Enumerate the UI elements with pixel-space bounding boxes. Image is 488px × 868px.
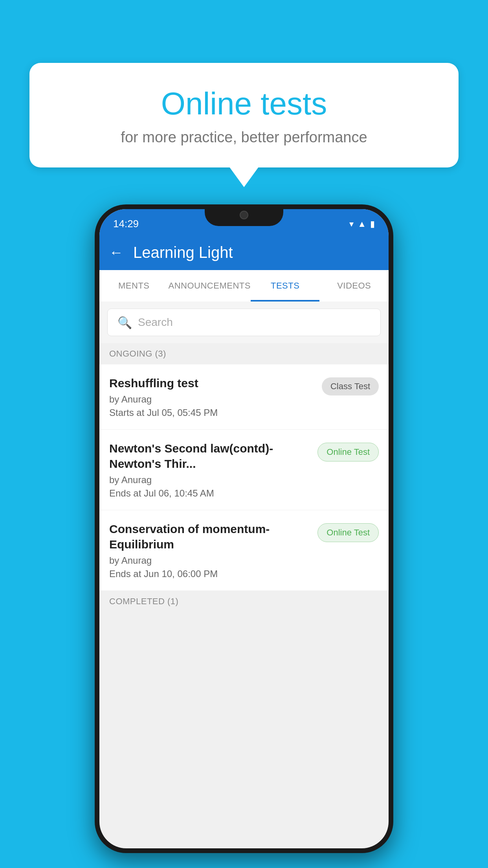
- test-item-reshuffling[interactable]: Reshuffling test by Anurag Starts at Jul…: [99, 364, 389, 430]
- test-name-newton: Newton's Second law(contd)-Newton's Thir…: [109, 441, 312, 471]
- test-info-reshuffling: Reshuffling test by Anurag Starts at Jul…: [109, 375, 322, 418]
- test-info-conservation: Conservation of momentum-Equilibrium by …: [109, 521, 317, 579]
- ongoing-section-header: ONGOING (3): [99, 343, 389, 364]
- status-time: 14:29: [113, 218, 139, 230]
- test-badge-conservation: Online Test: [317, 523, 379, 542]
- bubble-subtitle: for more practice, better performance: [49, 129, 439, 146]
- phone-mockup: 14:29 ▾ ▲ ▮ ← Learning Light MENTS ANNOU…: [95, 204, 393, 853]
- test-author-newton: by Anurag: [109, 474, 312, 485]
- tab-videos[interactable]: VIDEOS: [319, 270, 389, 302]
- test-author-conservation: by Anurag: [109, 555, 312, 566]
- test-info-newton: Newton's Second law(contd)-Newton's Thir…: [109, 441, 317, 499]
- search-container: 🔍 Search: [99, 302, 389, 343]
- test-name-conservation: Conservation of momentum-Equilibrium: [109, 521, 312, 552]
- test-author-reshuffling: by Anurag: [109, 394, 316, 405]
- promo-bubble: Online tests for more practice, better p…: [29, 63, 459, 167]
- search-placeholder: Search: [138, 316, 173, 329]
- tab-announcements[interactable]: ANNOUNCEMENTS: [169, 270, 251, 302]
- completed-section-header: COMPLETED (1): [99, 591, 389, 612]
- tests-list: Reshuffling test by Anurag Starts at Jul…: [99, 364, 389, 591]
- search-icon: 🔍: [117, 316, 132, 329]
- app-bar: ← Learning Light: [99, 235, 389, 270]
- tabs-bar: MENTS ANNOUNCEMENTS TESTS VIDEOS: [99, 270, 389, 302]
- app-bar-title: Learning Light: [133, 244, 233, 261]
- completed-section-title: COMPLETED (1): [109, 596, 178, 606]
- test-date-reshuffling: Starts at Jul 05, 05:45 PM: [109, 407, 316, 418]
- back-button[interactable]: ←: [109, 244, 123, 261]
- front-camera: [240, 211, 248, 219]
- battery-icon: ▮: [370, 219, 375, 229]
- test-item-newton[interactable]: Newton's Second law(contd)-Newton's Thir…: [99, 430, 389, 510]
- search-box[interactable]: 🔍 Search: [107, 309, 381, 336]
- ongoing-section-title: ONGOING (3): [109, 349, 166, 359]
- tab-ments[interactable]: MENTS: [99, 270, 169, 302]
- status-icons: ▾ ▲ ▮: [349, 219, 375, 229]
- test-badge-reshuffling: Class Test: [322, 377, 379, 395]
- tab-tests[interactable]: TESTS: [251, 270, 320, 302]
- test-name-reshuffling: Reshuffling test: [109, 375, 316, 391]
- test-item-conservation[interactable]: Conservation of momentum-Equilibrium by …: [99, 510, 389, 591]
- test-date-newton: Ends at Jul 06, 10:45 AM: [109, 488, 312, 499]
- phone-frame: 14:29 ▾ ▲ ▮ ← Learning Light MENTS ANNOU…: [95, 204, 393, 853]
- bubble-title: Online tests: [49, 86, 439, 121]
- test-badge-newton: Online Test: [317, 443, 379, 462]
- signal-icon: ▲: [358, 219, 366, 229]
- phone-screen: 14:29 ▾ ▲ ▮ ← Learning Light MENTS ANNOU…: [99, 209, 389, 848]
- phone-notch: [205, 204, 283, 226]
- wifi-icon: ▾: [349, 219, 354, 229]
- test-date-conservation: Ends at Jun 10, 06:00 PM: [109, 568, 312, 579]
